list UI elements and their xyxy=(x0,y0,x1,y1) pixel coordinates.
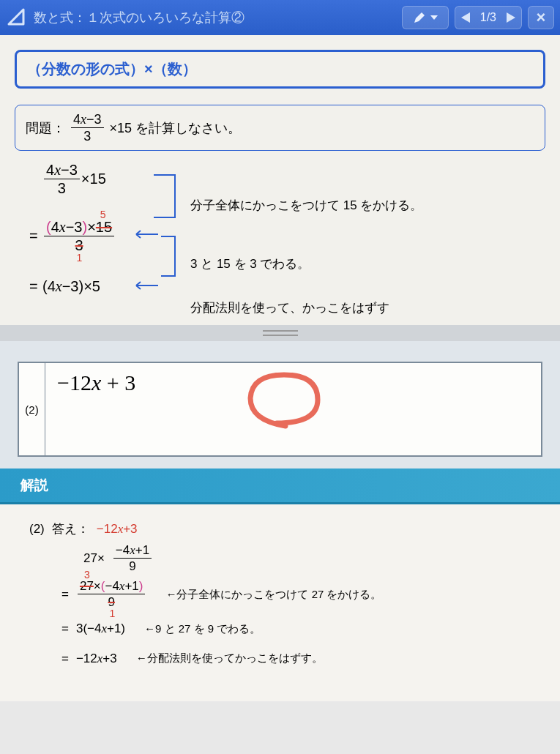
answer-box: (2) −12x + 3 xyxy=(18,362,542,457)
correct-circle-icon xyxy=(236,369,331,435)
close-button[interactable]: × xyxy=(528,6,554,29)
pane-divider[interactable] xyxy=(0,325,560,341)
problem-box: 問題： 4x−3 3 ×15 を計算しなさい。 xyxy=(15,105,545,151)
step-note: 3 と 15 を 3 でわる。 xyxy=(190,255,310,272)
pencil-icon xyxy=(413,11,426,24)
page-title: 数と式：１次式のいろいろな計算② xyxy=(34,9,396,26)
solution-pane: 解説 (2) 答え： −12x+3 27× −4x+1 9 = 327×(−4x… xyxy=(0,469,560,701)
step-note: 分子全体にかっこをつけて 15 をかける。 xyxy=(190,197,422,214)
solution-qnum: (2) xyxy=(29,518,45,541)
pen-button[interactable] xyxy=(402,6,449,29)
solution-body: (2) 答え： −12x+3 27× −4x+1 9 = 327×(−4x+1)… xyxy=(0,504,560,687)
app-header: 数と式：１次式のいろいろな計算② 1/3 × xyxy=(0,0,560,35)
step-note: 分配法則を使って、かっこをはずす xyxy=(190,299,389,316)
section-title: （分数の形の式）×（数） xyxy=(15,50,545,89)
problem-fraction: 4x−3 3 xyxy=(71,113,104,143)
answer-number: (2) xyxy=(19,363,45,455)
next-button[interactable] xyxy=(501,12,521,23)
close-icon: × xyxy=(537,8,546,27)
app-logo xyxy=(6,7,28,29)
solution-note: ←分配法則を使ってかっこをはずす。 xyxy=(136,648,323,669)
answer-body[interactable]: −12x + 3 xyxy=(45,363,541,455)
grip-icon xyxy=(263,330,298,336)
solution-note: ←9 と 27 を 9 でわる。 xyxy=(144,619,261,640)
solution-answer: −12x+3 xyxy=(97,518,138,541)
page-counter: 1/3 xyxy=(476,11,501,24)
answer-pane: (2) −12x + 3 xyxy=(0,341,560,469)
chevron-down-icon xyxy=(430,15,438,20)
prev-button[interactable] xyxy=(455,12,476,23)
page-nav: 1/3 xyxy=(455,6,522,29)
problem-label: 問題： xyxy=(26,119,65,137)
worked-steps: 4x−3 3 ×15 分子全体にかっこをつけて 15 をかける。 = (4x−3… xyxy=(15,163,545,316)
solution-header: 解説 xyxy=(0,469,560,504)
solution-note: ←分子全体にかっこをつけて 27 をかける。 xyxy=(165,584,381,605)
explanation-pane: （分数の形の式）×（数） 問題： 4x−3 3 ×15 を計算しなさい。 4x−… xyxy=(0,35,560,325)
problem-tail: ×15 を計算しなさい。 xyxy=(110,119,242,137)
